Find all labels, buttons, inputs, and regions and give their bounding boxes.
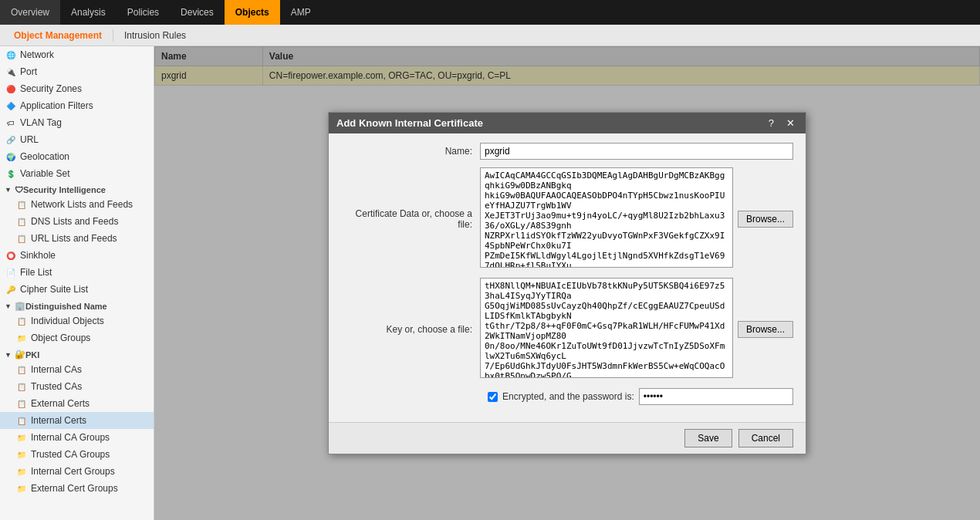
modal-overlay: Add Known Internal Certificate ? ✕ Name: — [154, 46, 980, 520]
cert-data-input[interactable]: AwICAqCAMA4GCCqGSIb3DQMEAglAgDAHBgUrDgMC… — [480, 167, 733, 268]
sidebar-label-url-lists: URL Lists and Feeds — [31, 233, 117, 244]
sidebar-item-object-groups[interactable]: 📁 Object Groups — [0, 329, 154, 346]
file-list-icon: 📄 — [5, 266, 17, 279]
sidebar-label-trusted-cas: Trusted CAs — [31, 381, 82, 392]
distinguished-name-icon: 🏢 — [15, 301, 25, 311]
key-data-input[interactable]: tHX8NllQM+NBUAIcEIUbVb78tkKNuPy5UT5KSBQ4… — [480, 278, 733, 378]
modal-title: Add Known Internal Certificate — [336, 117, 483, 129]
password-input[interactable] — [639, 388, 793, 405]
sinkhole-icon: ⭕ — [5, 249, 17, 262]
sidebar-label-application-filters: Application Filters — [20, 100, 93, 111]
sidebar-label-vlan-tag: VLAN Tag — [20, 117, 62, 128]
nav-amp[interactable]: AMP — [280, 0, 322, 25]
save-button[interactable]: Save — [684, 429, 732, 447]
nav-objects[interactable]: Objects — [225, 0, 280, 25]
subnav-object-management[interactable]: Object Management — [6, 27, 110, 44]
modal-close-button[interactable]: ✕ — [783, 117, 798, 129]
dns-lists-icon: 📋 — [15, 215, 28, 228]
name-input[interactable] — [480, 143, 793, 160]
pki-arrow: ▼ — [5, 351, 12, 359]
encrypted-checkbox[interactable] — [488, 392, 498, 402]
sidebar-item-sinkhole[interactable]: ⭕ Sinkhole — [0, 247, 154, 264]
sidebar-item-application-filters[interactable]: 🔷 Application Filters — [0, 97, 154, 114]
sidebar-item-vlan-tag[interactable]: 🏷 VLAN Tag — [0, 114, 154, 131]
security-intelligence-icon: 🛡 — [15, 185, 23, 194]
url-lists-icon: 📋 — [15, 232, 28, 245]
sidebar-section-pki[interactable]: ▼ 🔐 PKI — [0, 346, 154, 361]
sidebar-label-file-list: File List — [20, 267, 52, 278]
security-intelligence-arrow: ▼ — [5, 186, 12, 194]
internal-cert-groups-icon: 📁 — [15, 465, 28, 478]
sidebar-label-external-certs: External Certs — [31, 398, 90, 409]
sidebar-label-network: Network — [20, 49, 54, 60]
sidebar-label-security-zones: Security Zones — [20, 83, 82, 94]
nav-policies[interactable]: Policies — [117, 0, 170, 25]
sidebar-item-individual-objects[interactable]: 📋 Individual Objects — [0, 312, 154, 329]
key-label: Key or, choose a file: — [341, 324, 480, 335]
cert-data-row: Certificate Data or, choose a file: AwIC… — [341, 167, 793, 270]
subnav-intrusion-rules[interactable]: Intrusion Rules — [117, 27, 194, 44]
sidebar-label-geolocation: Geolocation — [20, 151, 69, 162]
sidebar-item-security-zones[interactable]: 🔴 Security Zones — [0, 80, 154, 97]
sidebar-section-distinguished-name[interactable]: ▼ 🏢 Distinguished Name — [0, 298, 154, 312]
cert-textarea-wrapper: AwICAqCAMA4GCCqGSIb3DQMEAglAgDAHBgUrDgMC… — [480, 167, 733, 270]
nav-analysis[interactable]: Analysis — [60, 0, 117, 25]
application-filters-icon: 🔷 — [5, 100, 17, 112]
sidebar-label-individual-objects: Individual Objects — [31, 316, 104, 326]
sidebar-label-variable-set: Variable Set — [20, 168, 69, 179]
network-icon: 🌐 — [5, 49, 17, 61]
vlan-tag-icon: 🏷 — [5, 116, 17, 129]
sidebar-item-internal-cas[interactable]: 📋 Internal CAs — [0, 361, 154, 378]
sidebar-item-internal-cert-groups[interactable]: 📁 Internal Cert Groups — [0, 463, 154, 480]
external-certs-icon: 📋 — [15, 397, 28, 410]
sidebar-label-pki: PKI — [25, 350, 39, 360]
sidebar-item-internal-certs[interactable]: 📋 Internal Certs — [0, 412, 154, 429]
sidebar-item-network[interactable]: 🌐 Network — [0, 46, 154, 63]
cert-browse-button[interactable]: Browse... — [738, 211, 793, 228]
content-area: Name Value pxgrid CN=firepower.example.c… — [154, 46, 980, 520]
sub-navigation: Object Management Intrusion Rules — [0, 25, 980, 46]
modal-add-certificate: Add Known Internal Certificate ? ✕ Name: — [328, 112, 806, 454]
sidebar-item-external-cert-groups[interactable]: 📁 External Cert Groups — [0, 480, 154, 497]
subnav-divider — [113, 29, 113, 42]
cancel-button[interactable]: Cancel — [738, 429, 793, 447]
internal-cas-icon: 📋 — [15, 363, 28, 376]
sidebar-label-trusted-ca-groups: Trusted CA Groups — [31, 449, 110, 460]
sidebar-label-internal-ca-groups: Internal CA Groups — [31, 432, 110, 443]
sidebar-item-external-certs[interactable]: 📋 External Certs — [0, 395, 154, 412]
sidebar-label-external-cert-groups: External Cert Groups — [31, 483, 118, 494]
object-groups-icon: 📁 — [15, 332, 28, 344]
modal-footer: Save Cancel — [329, 422, 806, 454]
sidebar-item-file-list[interactable]: 📄 File List — [0, 264, 154, 281]
sidebar-item-geolocation[interactable]: 🌍 Geolocation — [0, 148, 154, 165]
sidebar-item-variable-set[interactable]: 💲 Variable Set — [0, 165, 154, 182]
main-layout: 🌐 Network 🔌 Port 🔴 Security Zones 🔷 Appl… — [0, 46, 980, 520]
sidebar-label-object-groups: Object Groups — [31, 333, 90, 343]
sidebar-label-url: URL — [20, 134, 39, 145]
sidebar-item-trusted-ca-groups[interactable]: 📁 Trusted CA Groups — [0, 446, 154, 463]
nav-devices[interactable]: Devices — [170, 0, 225, 25]
modal-header: Add Known Internal Certificate ? ✕ — [329, 113, 806, 133]
geolocation-icon: 🌍 — [5, 150, 17, 163]
cert-data-label: Certificate Data or, choose a file: — [341, 208, 480, 230]
sidebar-section-security-intelligence[interactable]: ▼ 🛡 Security Intelligence — [0, 182, 154, 196]
variable-set-icon: 💲 — [5, 167, 17, 180]
distinguished-name-arrow: ▼ — [5, 302, 12, 310]
sidebar-item-port[interactable]: 🔌 Port — [0, 63, 154, 80]
encrypted-row: Encrypted, and the password is: — [341, 388, 793, 405]
sidebar-item-dns-lists[interactable]: 📋 DNS Lists and Feeds — [0, 213, 154, 230]
sidebar-item-cipher-suite[interactable]: 🔑 Cipher Suite List — [0, 281, 154, 298]
sidebar-item-url[interactable]: 🔗 URL — [0, 131, 154, 148]
trusted-cas-icon: 📋 — [15, 380, 28, 393]
sidebar-item-url-lists[interactable]: 📋 URL Lists and Feeds — [0, 230, 154, 247]
sidebar-label-network-lists: Network Lists and Feeds — [31, 199, 133, 210]
modal-help-button[interactable]: ? — [765, 117, 777, 129]
sidebar-item-network-lists[interactable]: 📋 Network Lists and Feeds — [0, 196, 154, 213]
nav-overview[interactable]: Overview — [0, 0, 60, 25]
external-cert-groups-icon: 📁 — [15, 482, 28, 495]
modal-body: Name: Certificate Data or, choose a file… — [329, 133, 806, 422]
sidebar-item-internal-ca-groups[interactable]: 📁 Internal CA Groups — [0, 429, 154, 446]
internal-certs-icon: 📋 — [15, 414, 28, 427]
key-browse-button[interactable]: Browse... — [738, 321, 793, 338]
sidebar-item-trusted-cas[interactable]: 📋 Trusted CAs — [0, 378, 154, 395]
